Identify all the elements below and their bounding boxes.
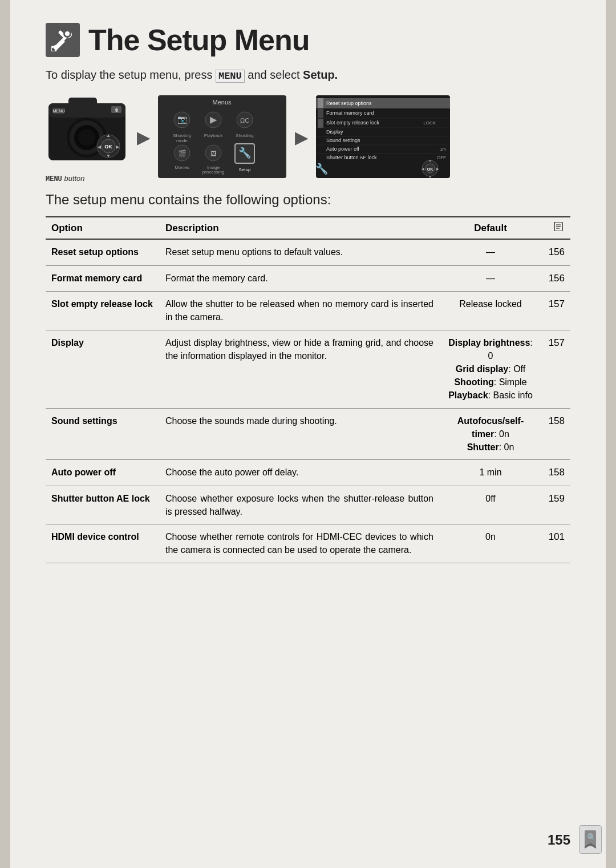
table-header: Option Description Default — [46, 217, 570, 239]
default-hdmi: 0n — [439, 524, 542, 563]
svg-text:Setup: Setup — [239, 167, 251, 172]
title-icon — [46, 23, 80, 57]
intro-setup-word: Setup. — [303, 68, 338, 81]
table-row: Shutter button AE lock Choose whether ex… — [46, 486, 570, 524]
table-row: Sound settings Choose the sounds made du… — [46, 408, 570, 460]
svg-text:▼: ▼ — [428, 175, 432, 178]
svg-text:mode: mode — [176, 138, 188, 143]
svg-text:🔧: 🔧 — [316, 163, 329, 175]
svg-text:Slot empty release lock: Slot empty release lock — [326, 120, 380, 126]
svg-point-2 — [65, 31, 70, 36]
page-sound: 158 — [542, 408, 570, 460]
option-sound: Sound settings — [46, 408, 160, 460]
svg-text:▲: ▲ — [428, 159, 432, 162]
page-format: 156 — [542, 265, 570, 292]
svg-text:Reset setup options: Reset setup options — [326, 100, 372, 106]
svg-text:Format memory card: Format memory card — [326, 110, 374, 116]
svg-text:OFF: OFF — [437, 155, 446, 160]
desc-hdmi: Choose whether remote controls for HDMI-… — [160, 524, 439, 563]
desc-sound: Choose the sounds made during shooting. — [160, 408, 439, 460]
camera-body-svg: MENU OK ▲ ▼ ◀ ▶ 🗑 — [46, 92, 128, 169]
svg-text:Auto power off: Auto power off — [326, 146, 359, 152]
menu-mono-label: MENU — [46, 175, 62, 183]
default-autopower: 1 min — [439, 460, 542, 486]
table-row: HDMI device control Choose whether remot… — [46, 524, 570, 563]
page-display: 157 — [542, 330, 570, 408]
svg-text:Movies: Movies — [175, 165, 189, 170]
page-container: The Setup Menu To display the setup menu… — [0, 0, 616, 868]
header-option: Option — [46, 217, 160, 239]
svg-point-11 — [78, 129, 95, 146]
wrench-icon — [51, 29, 74, 51]
option-slot: Slot empty release lock — [46, 292, 160, 330]
svg-text:▼: ▼ — [106, 154, 111, 159]
camera-diagram-wrap: MENU OK ▲ ▼ ◀ ▶ 🗑 MENU button — [46, 92, 128, 183]
page-autopower: 158 — [542, 460, 570, 486]
header-page — [542, 217, 570, 239]
svg-text:🔧: 🔧 — [238, 147, 252, 159]
section-header: The setup menu contains the following op… — [46, 192, 570, 208]
svg-rect-47 — [318, 98, 323, 108]
page-hdmi: 101 — [542, 524, 570, 563]
svg-rect-51 — [318, 119, 323, 128]
setup-screen-diagram: Reset setup options Format memory card S… — [316, 95, 450, 180]
svg-text:▲: ▲ — [106, 133, 111, 138]
diagram-area: MENU OK ▲ ▼ ◀ ▶ 🗑 MENU button — [46, 92, 570, 183]
table-body: Reset setup options Reset setup menu opt… — [46, 239, 570, 563]
menu-button-label: MENU button — [46, 174, 85, 183]
desc-display: Adjust display brightness, view or hide … — [160, 330, 439, 408]
svg-text:Display: Display — [326, 129, 343, 135]
page-number: 155 — [548, 832, 570, 848]
menus-screen-svg: Menus 📷 Shooting mode ▶ Playback — [158, 95, 286, 178]
menus-screen-diagram: Menus 📷 Shooting mode ▶ Playback — [158, 95, 286, 180]
header-default: Default — [439, 217, 542, 239]
table-row: Display Adjust display brightness, view … — [46, 330, 570, 408]
desc-slot: Allow the shutter to be released when no… — [160, 292, 439, 330]
right-accent-bar — [606, 0, 616, 868]
desc-format: Format the memory card. — [160, 265, 439, 292]
table-row: Reset setup options Reset setup menu opt… — [46, 239, 570, 265]
default-grid-label: Grid display — [456, 364, 508, 374]
default-sound: Autofocus/self-timer: 0n Shutter: 0n — [439, 408, 542, 460]
svg-text:OK: OK — [104, 144, 112, 150]
bottom-right-bookmark-icon: 🔧 — [579, 825, 602, 854]
desc-autopower: Choose the auto power off delay. — [160, 460, 439, 486]
page-title: The Setup Menu — [88, 23, 310, 57]
bookmark-svg: 🔧 — [583, 830, 597, 849]
svg-text:🖼: 🖼 — [210, 150, 217, 157]
option-format: Format memory card — [46, 265, 160, 292]
left-accent-bar — [0, 0, 10, 868]
intro-text: To display the setup menu, press MENU an… — [46, 68, 582, 82]
default-shooting-label: Shooting — [454, 377, 493, 387]
svg-text:Shooting: Shooting — [236, 133, 254, 138]
svg-text:LOCK: LOCK — [423, 120, 436, 126]
svg-text:1m: 1m — [440, 147, 446, 152]
default-shutter-ae: 0ff — [439, 486, 542, 524]
default-playback-label: Playback — [448, 390, 488, 400]
menu-keyword: MENU — [216, 70, 245, 83]
default-slot: Release locked — [439, 292, 542, 330]
table-header-row: Option Description Default — [46, 217, 570, 239]
desc-shutter-ae: Choose whether exposure locks when the s… — [160, 486, 439, 524]
svg-text:📷: 📷 — [177, 115, 188, 124]
default-shutter-label: Shutter — [467, 442, 499, 452]
svg-text:▶: ▶ — [210, 115, 217, 124]
arrow-1: ▶ — [137, 128, 149, 147]
default-reset: — — [439, 239, 542, 265]
svg-text:Playback: Playback — [204, 133, 223, 138]
default-display-brightness-label: Display brightness — [448, 338, 530, 348]
svg-point-4 — [54, 45, 58, 50]
svg-text:processing: processing — [202, 169, 225, 175]
svg-text:Shooting: Shooting — [173, 133, 191, 138]
camera-body-diagram: MENU OK ▲ ▼ ◀ ▶ 🗑 — [46, 92, 128, 171]
header-description: Description — [160, 217, 439, 239]
svg-text:OK: OK — [427, 167, 433, 171]
svg-text:ΩC: ΩC — [240, 117, 249, 124]
svg-rect-49 — [318, 109, 323, 118]
table-row: Auto power off Choose the auto power off… — [46, 460, 570, 486]
default-display: Display brightness: 0 Grid display: Off … — [439, 330, 542, 408]
option-reset: Reset setup options — [46, 239, 160, 265]
title-section: The Setup Menu — [46, 23, 582, 57]
svg-text:◀: ◀ — [98, 144, 102, 150]
svg-text:🎬: 🎬 — [178, 149, 187, 158]
